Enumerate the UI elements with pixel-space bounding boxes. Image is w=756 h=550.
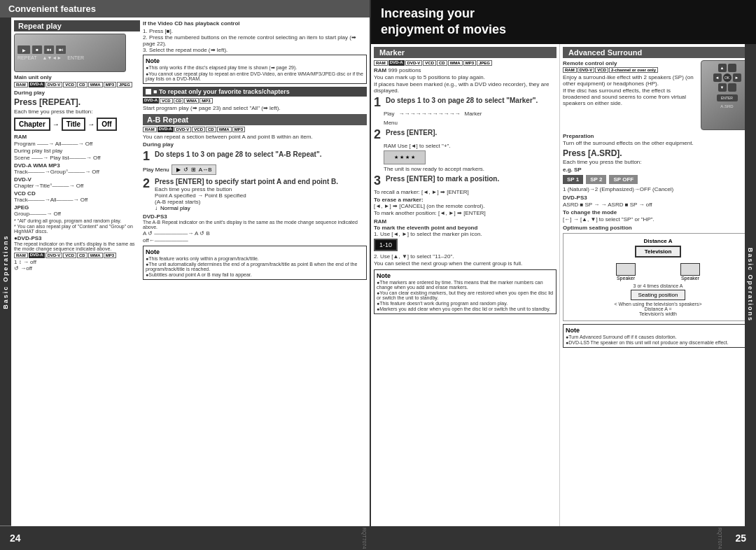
right-page-num: 25 xyxy=(725,530,756,547)
to-repeat-header: ■ To repeat only your favorite tracks/ch… xyxy=(143,87,367,97)
chapter-button[interactable]: Chapter xyxy=(14,118,50,131)
badges-main: RAM DVD-A DVD-V VCD CD WMA MP3 JPEG xyxy=(14,82,140,87)
ab-note: Note ●This feature works only within a p… xyxy=(143,246,367,280)
main-unit-label: Main unit only xyxy=(14,74,140,80)
marker-step3: 3 Press [ENTER] to mark a position. xyxy=(374,174,556,187)
tv-box: Television xyxy=(635,246,682,258)
marker-header: Marker xyxy=(374,47,556,58)
marker-section: Marker RAM DVD-A DVD-V VCD CD WMA MP3 JP… xyxy=(371,44,560,526)
title-button[interactable]: Title xyxy=(62,118,85,131)
advanced-surround-section: Advanced Surround Remote control only RA… xyxy=(560,44,756,526)
left-sidebar-label: Basic Operations xyxy=(0,17,11,526)
left-footer: 24 RQT7074 xyxy=(0,526,370,550)
during-play-label: During play xyxy=(14,90,140,96)
left-page-num: 24 xyxy=(0,530,31,547)
marker-display: ★ ★ ★ ★ xyxy=(384,150,426,164)
each-time-label: Each time you press the button: xyxy=(14,108,140,115)
sp-buttons-row: SP 1 SP 2 SP OFF xyxy=(563,175,753,184)
advanced-surround-note: Note ●Turn Advanced Surround off if it c… xyxy=(563,324,753,348)
right-sidebar-label: Basic Operations xyxy=(745,44,756,526)
sp1-button[interactable]: SP 1 xyxy=(563,175,583,184)
right-panel: Increasing your enjoyment of movies Mark… xyxy=(371,0,756,550)
marker-note: Note ●The markers are ordered by time. T… xyxy=(374,269,556,314)
right-header: Increasing your enjoyment of movies xyxy=(371,0,756,44)
number-display: 1-10 xyxy=(374,239,398,251)
advanced-surround-header: Advanced Surround xyxy=(563,47,753,58)
convenient-features-header: Convenient features xyxy=(0,0,370,17)
sp2-button[interactable]: SP 2 xyxy=(586,175,606,184)
off-button[interactable]: Off xyxy=(97,118,116,131)
device-image: ▶ ■ ⏮ ⏭ REPEAT ▲▼◄► ENTER xyxy=(14,34,126,72)
video-cd-note: Note ●This only works if the disc's elap… xyxy=(143,55,367,84)
repeat-play-header: Repeat play xyxy=(14,20,140,31)
left-panel: Convenient features Basic Operations Rep… xyxy=(0,0,371,550)
chapter-title-off-row: Chapter → Title → Off xyxy=(14,118,140,131)
seating-diagram: Distance A Television Speaker Speaker 3 … xyxy=(563,233,753,321)
press-asrd: Press [A.SRD]. xyxy=(563,148,753,158)
marker-step1: 1 Do steps 1 to 3 on page 28 to select "… xyxy=(374,96,556,108)
video-cd-header: If the Video CD has playback control xyxy=(143,20,367,27)
press-repeat: Press [REPEAT]. xyxy=(14,97,140,107)
sp-off-button[interactable]: SP OFF xyxy=(609,175,638,184)
ab-repeat-header: A-B Repeat xyxy=(143,114,367,125)
speaker-row: Speaker Speaker xyxy=(616,263,700,281)
marker-step2: 2 Press [ENTER]. xyxy=(374,128,556,141)
right-footer: RQT7074 25 xyxy=(371,526,756,550)
play-menu-row: Play Menu ▶↺⊞A↔B xyxy=(143,164,367,175)
ab-step2: 2 Press [ENTER] to specify start point A… xyxy=(143,177,367,211)
ab-step1: 1 Do steps 1 to 3 on page 28 to select "… xyxy=(143,150,367,162)
seating-box: Seating position xyxy=(631,290,686,300)
